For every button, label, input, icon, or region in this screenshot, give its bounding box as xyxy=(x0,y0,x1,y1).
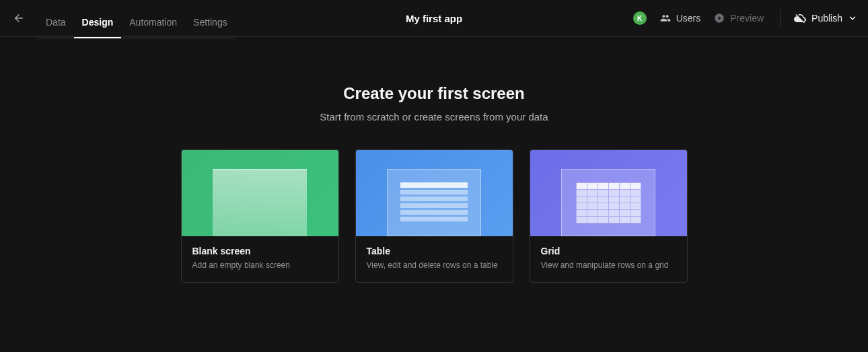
card-blank-screen[interactable]: Blank screen Add an empty blank screen xyxy=(181,149,339,283)
arrow-left-icon xyxy=(13,12,25,24)
chevron-down-icon xyxy=(848,13,857,23)
card-body: Blank screen Add an empty blank screen xyxy=(182,236,338,282)
card-desc: View, edit and delete rows on a table xyxy=(367,260,502,270)
cloud-off-icon xyxy=(794,12,806,24)
tab-automation[interactable]: Automation xyxy=(121,7,185,38)
preview-label: Preview xyxy=(730,13,764,24)
publish-label: Publish xyxy=(811,13,842,24)
card-grid[interactable]: Grid View and manipulate rows on a grid xyxy=(530,149,688,283)
blank-sheet-graphic xyxy=(213,169,307,236)
tab-data[interactable]: Data xyxy=(38,7,74,38)
card-title: Blank screen xyxy=(192,246,328,256)
card-preview xyxy=(182,150,338,236)
template-cards: Blank screen Add an empty blank screen xyxy=(0,149,868,283)
card-body: Grid View and manipulate rows on a grid xyxy=(530,236,687,282)
card-desc: Add an empty blank screen xyxy=(192,260,328,270)
users-button[interactable]: Users xyxy=(660,13,701,24)
play-circle-icon xyxy=(714,13,725,24)
table-sheet-graphic xyxy=(387,169,481,236)
back-button[interactable] xyxy=(8,7,30,29)
header-left: Data Design Automation Settings xyxy=(8,7,236,29)
publish-button[interactable]: Publish xyxy=(794,12,857,24)
avatar[interactable]: K xyxy=(633,11,647,25)
app-header: Data Design Automation Settings My first… xyxy=(0,0,868,37)
card-title: Table xyxy=(367,246,502,256)
card-body: Table View, edit and delete rows on a ta… xyxy=(356,236,513,282)
card-table[interactable]: Table View, edit and delete rows on a ta… xyxy=(355,149,513,283)
tab-design[interactable]: Design xyxy=(74,7,122,38)
page-subtitle: Start from scratch or create screens fro… xyxy=(0,111,868,122)
preview-button[interactable]: Preview xyxy=(714,13,764,24)
card-desc: View and manipulate rows on a grid xyxy=(541,260,676,270)
page-title: Create your first screen xyxy=(0,84,868,103)
grid-sheet-graphic xyxy=(561,169,655,236)
card-title: Grid xyxy=(541,246,676,256)
app-title: My first app xyxy=(406,13,462,24)
header-divider xyxy=(780,9,781,28)
header-right: K Users Preview Publish xyxy=(633,9,857,28)
tab-settings[interactable]: Settings xyxy=(185,7,236,38)
card-preview xyxy=(356,150,513,236)
main-content: Create your first screen Start from scra… xyxy=(0,37,868,283)
users-label: Users xyxy=(676,13,701,24)
users-icon xyxy=(660,13,671,24)
card-preview xyxy=(530,150,687,236)
header-tabs: Data Design Automation Settings xyxy=(38,7,236,38)
